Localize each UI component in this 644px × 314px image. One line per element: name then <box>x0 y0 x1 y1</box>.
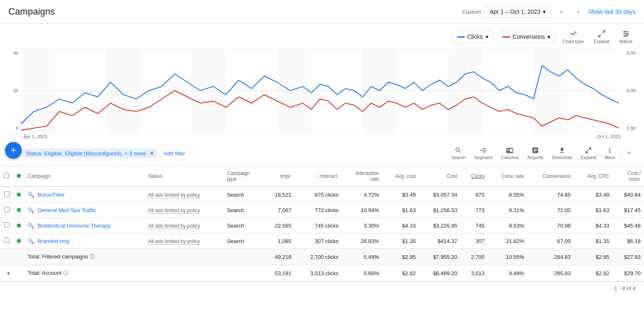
conversions-col-header[interactable]: Conversions <box>528 166 574 187</box>
search-icon <box>455 147 462 154</box>
row-status-cell: All ads limited by policy <box>145 187 223 203</box>
columns-button[interactable]: Columns <box>497 144 523 162</box>
row-impr-cell: 1,065 <box>263 233 295 249</box>
campaign-link[interactable]: Botox/Filler <box>38 192 65 198</box>
campaign-col-header[interactable]: Campaign <box>24 166 145 187</box>
row-cost-cell: $1,256.53 <box>419 203 460 218</box>
total-account-rate: 5.66% <box>342 265 383 281</box>
row-impr-cell: 22,565 <box>263 218 295 233</box>
reports-button[interactable]: Reports <box>523 144 548 162</box>
row-conv-rate-cell: 9.31% <box>488 203 528 218</box>
avg-cost-col-header[interactable]: Avg. cost <box>383 166 419 187</box>
svg-rect-14 <box>277 49 312 132</box>
download-icon <box>558 147 566 154</box>
row-conversions-cell: 67.00 <box>528 233 574 249</box>
row-checkbox-3[interactable] <box>4 238 10 243</box>
row-checkbox-2[interactable] <box>4 222 10 228</box>
campaign-type-col-header[interactable]: Campaigntype <box>224 166 263 187</box>
segment-icon <box>480 147 487 154</box>
chart-type-icon <box>569 30 578 38</box>
table-row: 🔍 Branded only All ads limited by policy… <box>0 233 644 249</box>
svg-rect-17 <box>534 49 568 132</box>
search-type-icon: 🔍 <box>28 223 34 229</box>
total-account-dot <box>13 265 24 281</box>
conversions-metric-pill[interactable]: Conversions ▾ <box>497 30 556 43</box>
row-campaign-cell: 🔍 Botox/Filler <box>24 187 145 203</box>
status-dot <box>17 223 21 228</box>
expand-table-label: Expand <box>581 155 596 160</box>
row-checkbox-cell <box>0 187 13 203</box>
interaction-rate-col-header[interactable]: Interactionrate <box>342 166 383 187</box>
prev-date-button[interactable]: ‹ <box>555 5 568 18</box>
y-axis-right: 8.00 4.00 0.00 <box>619 49 636 132</box>
campaign-link[interactable]: General Med Spa Traffic <box>38 207 97 213</box>
campaign-link[interactable]: Branded only <box>38 238 70 244</box>
date-label: Custom <box>462 9 481 15</box>
segment-button[interactable]: Segment <box>470 144 497 162</box>
row-impr-cell: 7,067 <box>263 203 295 218</box>
chart-type-button[interactable]: Chart type <box>559 28 587 46</box>
total-filtered-rate: 5.49% <box>342 249 383 265</box>
total-filtered-conversions: 284.83 <box>528 249 574 265</box>
clicks-col-header[interactable]: Clicks <box>460 166 488 187</box>
reports-label: Reports <box>527 155 544 160</box>
row-status-cell: All ads limited by policy <box>145 233 223 249</box>
clicks-label: Clicks <box>467 33 483 40</box>
collapse-icon <box>626 149 633 157</box>
x-axis-end: Oct 1, 2023 <box>597 134 621 139</box>
conv-rate-col-header[interactable]: Conv. rate <box>488 166 528 187</box>
row-clicks-cell: 773 <box>460 203 488 218</box>
row-avg-cost-cell: $1.35 <box>383 233 419 249</box>
chart-type-label: Chart type <box>562 39 584 44</box>
collapse-chart-button[interactable] <box>623 147 636 160</box>
cost-col-header[interactable]: Cost <box>419 166 460 187</box>
row-campaign-type-cell: Search <box>224 218 263 233</box>
status-text-col-header[interactable]: Status <box>145 166 223 187</box>
conversions-label: Conversions <box>513 33 545 40</box>
row-clicks-cell: 745 <box>460 218 488 233</box>
expand-table-button[interactable]: Expand <box>577 144 601 162</box>
avg-cpc-col-header[interactable]: Avg. CPC <box>574 166 613 187</box>
row-interaction-rate-cell: 3.30% <box>342 218 383 233</box>
download-label: Download <box>552 155 572 160</box>
row-avg-cost-cell: $3.49 <box>383 187 419 203</box>
add-button[interactable]: + <box>5 142 22 159</box>
y-axis-left: 40 20 0 <box>8 49 21 132</box>
search-button[interactable]: Search <box>447 144 470 162</box>
next-date-button[interactable]: › <box>571 5 585 18</box>
row-conv-rate-cell: 8.55% <box>488 187 528 203</box>
pagination: 1 - 4 of 4 <box>0 281 644 295</box>
row-checkbox-cell <box>0 203 13 218</box>
interactions-col-header[interactable]: ↓ Interact. <box>295 166 342 187</box>
row-interactions-cell: 745 clicks <box>295 218 342 233</box>
chart-adjust-label: Adjust <box>619 39 632 44</box>
row-cost-cell: $3,057.34 <box>419 187 460 203</box>
svg-line-0 <box>602 31 605 33</box>
show-last-30-button[interactable]: Show last 30 days <box>588 8 636 15</box>
total-filtered-impr: 49,218 <box>263 249 295 265</box>
chart-expand-button[interactable]: Expand <box>590 28 613 46</box>
toolbar-right: Search Segment Columns Reports Download <box>447 144 636 162</box>
row-checkbox-1[interactable] <box>4 207 10 212</box>
chart-adjust-button[interactable]: Adjust <box>616 28 636 46</box>
add-filter-button[interactable]: Add filter <box>164 150 185 157</box>
total-filtered-row: Total: Filtered campaigns ⓘ 49,218 2,700… <box>0 249 644 265</box>
date-range-picker[interactable]: Apr 1 – Oct 1, 2023 ▾ <box>484 5 551 18</box>
expand-account-chevron[interactable]: ▾ <box>7 270 10 276</box>
status-text: All ads limited by policy <box>148 238 200 245</box>
campaign-link[interactable]: Bioidentical Hormone Therapy <box>38 223 111 229</box>
select-all-checkbox[interactable] <box>3 173 9 178</box>
total-account-chevron-cell: ▾ <box>0 265 13 281</box>
filter-chip-close[interactable]: ✕ <box>149 150 154 157</box>
more-button[interactable]: More <box>601 144 619 162</box>
table-row: 🔍 General Med Spa Traffic All ads limite… <box>0 203 644 218</box>
cost-conv-col-header[interactable]: Cost /conv. <box>613 166 644 187</box>
clicks-metric-pill[interactable]: Clicks ▾ <box>452 30 493 43</box>
chart-controls: Clicks ▾ Conversions ▾ Chart type Expand <box>8 28 636 46</box>
row-checkbox-0[interactable] <box>4 191 10 197</box>
row-campaign-type-cell: Search <box>224 203 263 218</box>
filter-bar: 1 Status: Eligible, Eligible (Misconfigu… <box>0 141 644 166</box>
impr-col-header[interactable]: Impr. <box>263 166 295 187</box>
row-conversions-cell: 72.00 <box>528 203 574 218</box>
download-button[interactable]: Download <box>548 144 577 162</box>
